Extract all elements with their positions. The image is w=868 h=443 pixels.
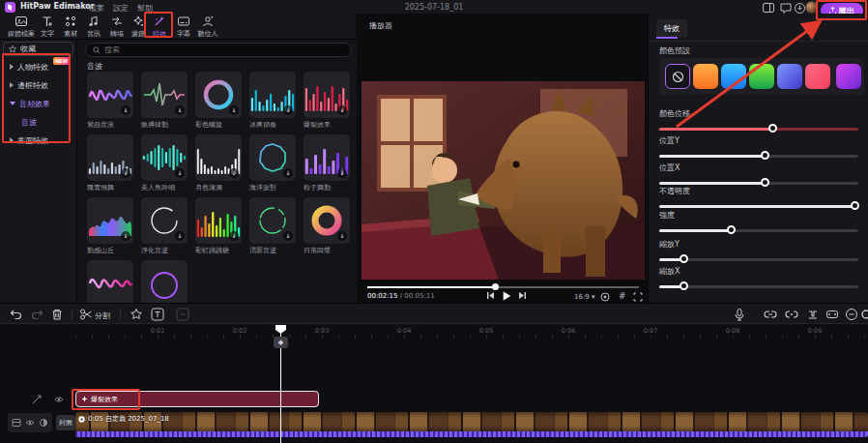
download-icon[interactable]: ↓ <box>175 231 185 241</box>
slider-intensity[interactable]: 強度 <box>659 210 858 233</box>
fullscreen-icon[interactable] <box>633 292 643 302</box>
download-icon[interactable]: ↓ <box>337 168 347 178</box>
track-visibility-icon[interactable] <box>25 418 35 428</box>
download-icon[interactable]: ↓ <box>229 105 239 115</box>
effect-item[interactable]: ↓ 動感山丘 <box>87 197 133 255</box>
search-bar[interactable] <box>85 43 352 57</box>
sidebar-item-character-effects[interactable]: 人物特效 NEW <box>0 60 75 74</box>
download-icon[interactable]: ↓ <box>121 231 130 241</box>
effect-item[interactable]: ↓ 美人魚吟唱 <box>141 134 188 192</box>
video-preview[interactable] <box>362 81 645 280</box>
split-scissors-icon[interactable] <box>79 308 93 321</box>
effect-clip[interactable]: 爆裂效果 <box>75 391 319 407</box>
unlink-clips-icon[interactable] <box>785 308 798 321</box>
search-input[interactable] <box>104 45 298 54</box>
tab-effects[interactable]: 特效 <box>146 15 173 39</box>
effect-item[interactable]: ↓ 月色漣漪 <box>195 134 242 192</box>
effect-item[interactable]: ↓ 紫晶音浪 <box>87 72 133 130</box>
aspect-ratio-select[interactable]: 16:9 ▾ <box>574 293 594 301</box>
slider-scale-x[interactable]: 縮放X <box>659 266 858 289</box>
timeline[interactable]: 0:01 0:02 0:03 0:04 0:05 0:06 0:07 0:08 … <box>0 325 868 443</box>
redo-icon[interactable] <box>30 308 43 321</box>
effect-item[interactable]: ↓ 爆裂效果 <box>304 72 350 130</box>
sidebar-item-border-effects[interactable]: 邊框特效 <box>0 78 75 92</box>
fit-timeline-icon[interactable] <box>825 308 839 321</box>
sidebar-item-screen-effects[interactable]: 畫面特效 <box>0 133 75 147</box>
zoom-out-icon[interactable] <box>845 308 858 321</box>
slider-handle[interactable] <box>768 124 777 133</box>
video-clip[interactable]: 0:05 自定義 2025_07_18 <box>75 412 868 437</box>
split-button[interactable]: 分割 <box>95 310 110 321</box>
effect-item[interactable]: ↓ 彩色螺旋 <box>195 72 242 130</box>
slider-opacity[interactable]: 不透明度 <box>659 186 858 209</box>
sidebar-item-favorites[interactable]: 收藏 <box>3 42 73 56</box>
layout-icon[interactable] <box>763 3 775 14</box>
track-lock-icon[interactable] <box>32 395 42 404</box>
tab-digital-human[interactable]: 數位人 <box>192 15 223 39</box>
main-track-icon[interactable] <box>12 418 21 428</box>
effect-item[interactable] <box>87 260 133 303</box>
download-icon[interactable]: ↓ <box>283 231 293 241</box>
download-icon[interactable]: ↓ <box>229 231 239 241</box>
grid-icon[interactable]: # <box>619 291 626 301</box>
effect-item[interactable]: ↓ 日落回聲 <box>304 197 350 255</box>
add-text-icon[interactable] <box>151 308 164 321</box>
sidebar-item-audio-effects[interactable]: 音頻效果 <box>0 97 75 110</box>
color-preset-none[interactable] <box>665 64 690 89</box>
track-visibility-icon[interactable] <box>54 395 64 404</box>
zoom-slider-handle[interactable] <box>859 308 868 321</box>
undo-icon[interactable] <box>10 308 23 321</box>
download-icon[interactable]: ↓ <box>283 105 293 115</box>
effect-item[interactable]: ↓ 淨化音波 <box>141 197 188 255</box>
play-button[interactable] <box>502 291 511 301</box>
slider-position-y[interactable]: 位置Y <box>659 135 858 159</box>
download-icon[interactable]: ↓ <box>175 105 185 115</box>
effect-item[interactable]: ↓ 彩虹跳跳糖 <box>195 197 242 255</box>
download-icon[interactable]: ↓ <box>283 168 293 178</box>
effect-item[interactable]: ↓ 海洋派對 <box>249 134 296 192</box>
marker-icon[interactable] <box>130 308 143 321</box>
slider-color-shift[interactable]: 顏色位移 <box>659 108 858 132</box>
playhead-tag[interactable]: ◆ <box>274 337 288 348</box>
download-icon[interactable]: ↓ <box>337 231 347 241</box>
download-icon[interactable]: ↓ <box>229 168 239 178</box>
slider-handle[interactable] <box>680 254 688 263</box>
download-icon[interactable]: ↓ <box>121 168 130 178</box>
color-preset-blue[interactable] <box>721 64 746 89</box>
slider-handle[interactable] <box>851 201 859 210</box>
effect-item[interactable]: ↓ 飄雪飛舞 <box>87 134 133 192</box>
effect-item[interactable]: ↓ 冰爽節奏 <box>249 72 296 130</box>
feedback-icon[interactable] <box>780 3 793 14</box>
track-mute-icon[interactable] <box>39 418 48 428</box>
cover-button[interactable]: 封面 <box>56 415 75 430</box>
user-avatar[interactable] <box>805 1 818 14</box>
color-preset-pink[interactable] <box>805 64 830 89</box>
slider-scale-y[interactable]: 縮放Y <box>659 239 858 262</box>
trash-icon[interactable] <box>50 308 64 321</box>
snapshot-icon[interactable] <box>600 292 610 302</box>
record-voiceover-icon[interactable] <box>733 308 746 321</box>
seek-handle[interactable] <box>492 283 499 290</box>
color-preset-orange[interactable] <box>693 64 718 89</box>
color-preset-green[interactable] <box>749 64 774 89</box>
color-preset-magenta[interactable] <box>836 64 861 89</box>
effect-item[interactable]: ↓ 清新音波 <box>249 197 296 255</box>
effect-item[interactable]: ↓ 粒子舞動 <box>304 134 350 192</box>
magnet-snap-icon[interactable] <box>806 308 820 321</box>
properties-tab-effects[interactable]: 特效 <box>656 19 687 37</box>
prev-frame-button[interactable] <box>486 291 495 300</box>
download-icon[interactable]: ↓ <box>175 168 185 178</box>
effect-item[interactable]: ↓ 脈搏律動 <box>141 72 188 130</box>
color-preset-indigo[interactable] <box>777 64 802 89</box>
timeline-ruler[interactable]: 0:01 0:02 0:03 0:04 0:05 0:06 0:07 0:08 … <box>0 325 868 338</box>
slider-handle[interactable] <box>680 281 688 290</box>
slider-handle[interactable] <box>727 225 736 234</box>
sidebar-item-soundwave[interactable]: 音波 <box>0 115 75 129</box>
slider-position-x[interactable]: 位置X <box>659 162 858 186</box>
link-clips-icon[interactable] <box>764 308 777 321</box>
next-frame-button[interactable] <box>518 291 527 300</box>
effect-item[interactable] <box>141 260 188 303</box>
download-icon[interactable]: ↓ <box>121 105 130 115</box>
download-icon[interactable]: ↓ <box>337 105 347 115</box>
slider-handle[interactable] <box>761 151 769 160</box>
